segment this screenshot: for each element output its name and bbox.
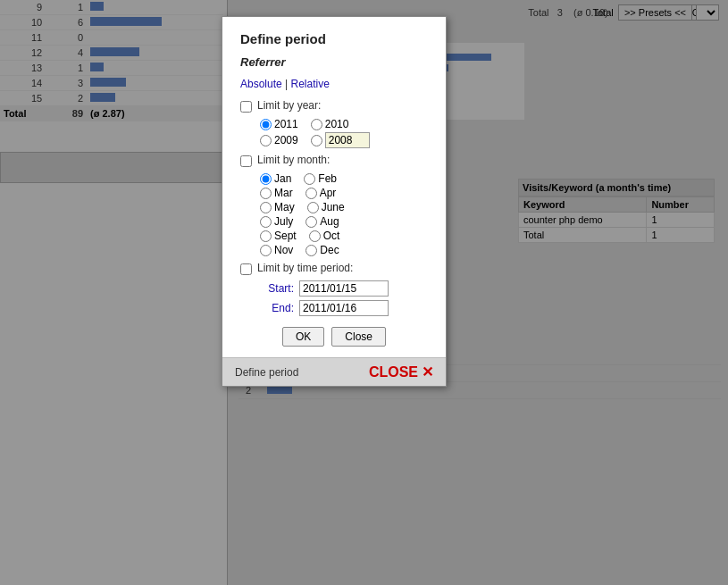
year-row-1: 2011 2010 xyxy=(260,118,428,130)
year-2009-option[interactable]: 2009 xyxy=(260,134,298,146)
start-date-input[interactable] xyxy=(299,280,389,297)
limit-time-label: Limit by time period: xyxy=(257,262,353,274)
month-sept-option[interactable]: Sept xyxy=(260,230,297,242)
limit-month-row: Limit by month: xyxy=(240,154,428,167)
month-july-label: July xyxy=(274,215,293,228)
month-oct-radio[interactable] xyxy=(309,230,321,242)
modal-subtitle: Referrer xyxy=(240,55,428,69)
month-nov-label: Nov xyxy=(274,244,293,256)
close-x-icon: ✕ xyxy=(422,364,433,380)
month-dec-radio[interactable] xyxy=(305,245,317,256)
modal-title: Define period xyxy=(240,31,428,46)
month-feb-radio[interactable] xyxy=(304,173,315,185)
month-july-radio[interactable] xyxy=(260,216,272,228)
end-label: End: xyxy=(260,302,294,314)
month-aug-option[interactable]: Aug xyxy=(305,215,339,228)
month-feb-label: Feb xyxy=(318,172,337,185)
month-row-july-aug: July Aug xyxy=(260,215,428,228)
footer-title: Define period xyxy=(235,366,298,379)
limit-year-label: Limit by year: xyxy=(257,99,321,112)
month-dec-option[interactable]: Dec xyxy=(305,244,339,256)
modal-buttons: OK Close xyxy=(240,327,428,347)
year-radio-grid: 2011 2010 2009 xyxy=(260,118,428,148)
month-apr-option[interactable]: Apr xyxy=(305,187,337,199)
ok-button[interactable]: OK xyxy=(282,327,324,347)
month-aug-radio[interactable] xyxy=(305,216,317,228)
start-date-row: Start: xyxy=(260,280,428,297)
month-apr-radio[interactable] xyxy=(305,188,317,199)
month-mar-label: Mar xyxy=(274,187,293,199)
end-date-input[interactable] xyxy=(299,300,389,316)
month-apr-label: Apr xyxy=(320,187,337,199)
month-row-mar-apr: Mar Apr xyxy=(260,187,428,199)
mode-links: Absolute | Relative xyxy=(240,78,428,90)
relative-link[interactable]: Relative xyxy=(291,78,330,90)
limit-year-checkbox[interactable] xyxy=(240,101,252,113)
year-2009-label: 2009 xyxy=(274,134,298,146)
limit-time-row: Limit by time period: xyxy=(240,262,428,275)
limit-year-row: Limit by year: xyxy=(240,99,428,113)
month-row-jan-feb: Jan Feb xyxy=(260,172,428,185)
year-2009-radio[interactable] xyxy=(260,135,272,146)
month-mar-option[interactable]: Mar xyxy=(260,187,293,199)
month-july-option[interactable]: July xyxy=(260,215,293,228)
year-2010-radio[interactable] xyxy=(311,119,322,130)
month-may-radio[interactable] xyxy=(260,202,272,213)
month-may-option[interactable]: May xyxy=(260,201,295,213)
footer-close-label: CLOSE xyxy=(369,364,418,380)
month-june-radio[interactable] xyxy=(307,202,319,213)
year-2011-option[interactable]: 2011 xyxy=(260,118,298,130)
year-2011-radio[interactable] xyxy=(260,119,272,130)
month-dec-label: Dec xyxy=(320,244,339,256)
month-row-may-june: May June xyxy=(260,201,428,213)
month-jan-radio[interactable] xyxy=(260,173,272,185)
month-aug-label: Aug xyxy=(320,215,339,228)
year-2010-option[interactable]: 2010 xyxy=(311,118,349,130)
month-jan-option[interactable]: Jan xyxy=(260,172,291,185)
absolute-link[interactable]: Absolute xyxy=(240,78,282,90)
month-mar-radio[interactable] xyxy=(260,188,272,199)
month-sept-radio[interactable] xyxy=(260,230,272,242)
month-oct-label: Oct xyxy=(323,230,340,242)
define-period-modal: Define period Referrer Absolute | Relati… xyxy=(222,16,447,387)
year-custom-input[interactable] xyxy=(325,132,370,148)
limit-time-checkbox[interactable] xyxy=(240,263,252,275)
month-radio-grid: Jan Feb Mar Apr xyxy=(260,172,428,256)
month-feb-option[interactable]: Feb xyxy=(304,172,337,185)
limit-month-checkbox[interactable] xyxy=(240,155,252,167)
end-date-row: End: xyxy=(260,300,428,316)
year-2011-label: 2011 xyxy=(274,118,298,130)
year-2010-label: 2010 xyxy=(325,118,349,130)
year-2008-option[interactable] xyxy=(311,132,370,148)
month-oct-option[interactable]: Oct xyxy=(309,230,340,242)
month-june-option[interactable]: June xyxy=(307,201,345,213)
month-nov-radio[interactable] xyxy=(260,245,272,256)
month-may-label: May xyxy=(274,201,295,213)
year-row-2: 2009 xyxy=(260,132,428,148)
month-row-nov-dec: Nov Dec xyxy=(260,244,428,256)
month-nov-option[interactable]: Nov xyxy=(260,244,293,256)
limit-month-label: Limit by month: xyxy=(257,154,330,166)
month-june-label: June xyxy=(322,201,345,213)
close-button[interactable]: Close xyxy=(331,327,386,347)
month-jan-label: Jan xyxy=(274,172,291,185)
modal-footer: Define period CLOSE ✕ xyxy=(222,357,446,386)
footer-close-button[interactable]: CLOSE ✕ xyxy=(369,364,433,380)
start-label: Start: xyxy=(260,282,294,295)
month-row-sept-oct: Sept Oct xyxy=(260,230,428,242)
year-2008-radio[interactable] xyxy=(311,135,322,146)
month-sept-label: Sept xyxy=(274,230,297,242)
